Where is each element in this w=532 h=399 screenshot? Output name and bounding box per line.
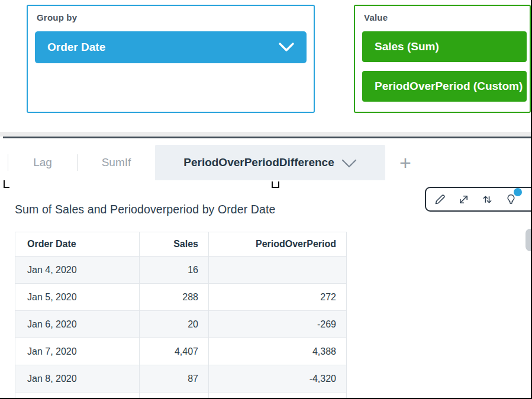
chevron-down-icon[interactable] (341, 157, 357, 168)
visual-title: Sum of Sales and Periodoverperiod by Ord… (15, 203, 275, 216)
group-by-pill-label: Order Date (47, 41, 105, 54)
cell-sales: 20 (140, 311, 209, 338)
cell-order-date: Jan 8, 2020 (15, 365, 140, 392)
chevron-down-icon[interactable] (278, 42, 295, 53)
cell-periodoverperiod: -269 (209, 311, 347, 338)
panel-divider-line (3, 137, 532, 138)
value-pill-label: PeriodOverPeriod (Custom) (375, 80, 523, 93)
cell-sales: 4,407 (140, 338, 209, 365)
column-header-sales[interactable]: Sales (140, 232, 209, 257)
add-tab-button[interactable]: + (385, 145, 425, 180)
table-row: Jan 7, 2020 4,407 4,388 (15, 338, 347, 365)
panel-bottom-strip (0, 132, 532, 137)
cell-periodoverperiod (209, 257, 347, 284)
cell-sales: 288 (140, 284, 209, 311)
table-row: Jan 4, 2020 16 (15, 257, 347, 284)
insights-bulb-icon[interactable] (505, 193, 517, 206)
value-label: Value (355, 6, 530, 22)
table-row: Jan 5, 2020 288 272 (15, 284, 347, 311)
cell-sales: 16 (140, 257, 209, 284)
cell-order-date: Jan 6, 2020 (15, 311, 140, 338)
cell-periodoverperiod: -4,320 (209, 365, 347, 392)
table-visual: Order Date Sales PeriodOverPeriod Jan 4,… (15, 232, 347, 398)
notification-dot (514, 188, 522, 196)
visual-resize-handle-middle[interactable] (272, 181, 279, 188)
cell-sales: 87 (140, 365, 209, 392)
group-by-pill-order-date[interactable]: Order Date (35, 31, 307, 63)
column-header-order-date[interactable]: Order Date (15, 232, 140, 257)
cell-order-date: Jan 5, 2020 (15, 284, 140, 311)
cell-order-date: Jan 7, 2020 (15, 338, 140, 365)
formula-tab-bar: Lag SumIf PeriodOverPeriodDifference + (0, 145, 532, 180)
plus-icon: + (399, 153, 411, 173)
tab-periodoverperioddifference[interactable]: PeriodOverPeriodDifference (155, 145, 385, 180)
table-header-row: Order Date Sales PeriodOverPeriod (15, 232, 347, 257)
tab-label: PeriodOverPeriodDifference (183, 156, 334, 169)
tab-label: Lag (33, 156, 52, 169)
cell-order-date: Jan 4, 2020 (15, 257, 140, 284)
column-header-periodoverperiod[interactable]: PeriodOverPeriod (209, 232, 347, 257)
group-by-field-well: Group by Order Date (27, 5, 315, 113)
visual-resize-handle-left[interactable] (4, 180, 9, 188)
table-row-partial (15, 392, 347, 398)
data-table: Order Date Sales PeriodOverPeriod Jan 4,… (15, 232, 347, 398)
value-field-well: Value Sales (Sum) PeriodOverPeriod (Cust… (354, 5, 531, 113)
visual-toolbar (425, 187, 532, 212)
tab-sumif[interactable]: SumIf (78, 145, 155, 180)
table-row: Jan 8, 2020 87 -4,320 (15, 365, 347, 392)
value-pill-periodoverperiod-custom[interactable]: PeriodOverPeriod (Custom) (362, 71, 527, 102)
cell-periodoverperiod: 4,388 (209, 338, 347, 365)
value-pill-label: Sales (Sum) (375, 40, 439, 53)
group-by-label: Group by (28, 6, 314, 22)
maximize-icon[interactable] (457, 193, 470, 206)
edit-icon[interactable] (434, 193, 446, 206)
tab-label: SumIf (102, 156, 131, 169)
table-row: Jan 6, 2020 20 -269 (15, 311, 347, 338)
swap-arrows-icon[interactable] (481, 193, 494, 206)
cell-periodoverperiod: 272 (209, 284, 347, 311)
tab-lag[interactable]: Lag (8, 145, 77, 180)
value-pill-sales-sum[interactable]: Sales (Sum) (362, 31, 527, 62)
